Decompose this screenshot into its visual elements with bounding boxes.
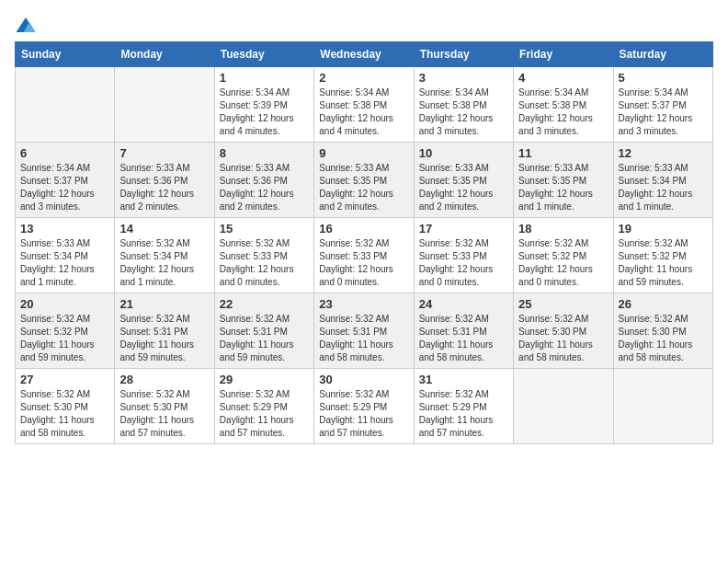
calendar-cell: 3Sunrise: 5:34 AM Sunset: 5:38 PM Daylig… bbox=[414, 67, 513, 143]
day-number: 29 bbox=[220, 373, 309, 386]
calendar-cell: 12Sunrise: 5:33 AM Sunset: 5:34 PM Dayli… bbox=[613, 143, 712, 218]
calendar-cell: 19Sunrise: 5:32 AM Sunset: 5:32 PM Dayli… bbox=[613, 218, 712, 293]
day-number: 31 bbox=[419, 373, 508, 386]
day-detail: Sunrise: 5:32 AM Sunset: 5:31 PM Dayligh… bbox=[319, 313, 408, 364]
day-detail: Sunrise: 5:34 AM Sunset: 5:37 PM Dayligh… bbox=[20, 162, 109, 213]
day-detail: Sunrise: 5:33 AM Sunset: 5:35 PM Dayligh… bbox=[419, 162, 508, 213]
calendar-cell bbox=[514, 369, 613, 444]
calendar-header-monday: Monday bbox=[115, 42, 214, 67]
day-detail: Sunrise: 5:32 AM Sunset: 5:32 PM Dayligh… bbox=[619, 237, 708, 289]
calendar-cell bbox=[115, 67, 214, 143]
day-number: 22 bbox=[220, 297, 309, 311]
day-number: 7 bbox=[119, 146, 209, 160]
day-number: 5 bbox=[619, 71, 708, 85]
day-detail: Sunrise: 5:32 AM Sunset: 5:29 PM Dayligh… bbox=[419, 388, 508, 440]
day-detail: Sunrise: 5:32 AM Sunset: 5:33 PM Dayligh… bbox=[220, 237, 309, 289]
day-detail: Sunrise: 5:32 AM Sunset: 5:30 PM Dayligh… bbox=[119, 388, 209, 440]
calendar-header-sunday: Sunday bbox=[16, 42, 115, 67]
day-number: 16 bbox=[319, 222, 408, 236]
calendar-cell: 25Sunrise: 5:32 AM Sunset: 5:30 PM Dayli… bbox=[514, 293, 613, 369]
day-number: 23 bbox=[319, 297, 408, 311]
day-detail: Sunrise: 5:33 AM Sunset: 5:36 PM Dayligh… bbox=[220, 162, 309, 213]
day-detail: Sunrise: 5:32 AM Sunset: 5:32 PM Dayligh… bbox=[518, 237, 608, 289]
day-detail: Sunrise: 5:34 AM Sunset: 5:38 PM Dayligh… bbox=[319, 86, 408, 138]
calendar-cell: 8Sunrise: 5:33 AM Sunset: 5:36 PM Daylig… bbox=[214, 143, 313, 218]
page-header bbox=[15, 15, 713, 34]
day-number: 21 bbox=[119, 297, 209, 311]
day-detail: Sunrise: 5:32 AM Sunset: 5:31 PM Dayligh… bbox=[419, 313, 508, 364]
calendar-header-row: SundayMondayTuesdayWednesdayThursdayFrid… bbox=[16, 42, 713, 67]
calendar-cell: 31Sunrise: 5:32 AM Sunset: 5:29 PM Dayli… bbox=[414, 369, 513, 444]
day-number: 28 bbox=[119, 373, 209, 386]
day-detail: Sunrise: 5:34 AM Sunset: 5:38 PM Dayligh… bbox=[518, 86, 608, 138]
calendar-cell: 17Sunrise: 5:32 AM Sunset: 5:33 PM Dayli… bbox=[414, 218, 513, 293]
day-detail: Sunrise: 5:34 AM Sunset: 5:39 PM Dayligh… bbox=[220, 86, 309, 138]
day-number: 27 bbox=[20, 373, 109, 386]
day-detail: Sunrise: 5:33 AM Sunset: 5:35 PM Dayligh… bbox=[319, 162, 408, 213]
day-number: 2 bbox=[319, 71, 408, 85]
day-detail: Sunrise: 5:32 AM Sunset: 5:34 PM Dayligh… bbox=[119, 237, 209, 289]
day-number: 3 bbox=[419, 71, 508, 85]
calendar-cell: 29Sunrise: 5:32 AM Sunset: 5:29 PM Dayli… bbox=[214, 369, 313, 444]
day-number: 10 bbox=[419, 146, 508, 160]
day-number: 1 bbox=[220, 71, 309, 85]
day-number: 26 bbox=[619, 297, 708, 311]
calendar-week-row: 13Sunrise: 5:33 AM Sunset: 5:34 PM Dayli… bbox=[16, 218, 713, 293]
day-number: 14 bbox=[119, 222, 209, 236]
calendar-cell: 5Sunrise: 5:34 AM Sunset: 5:37 PM Daylig… bbox=[613, 67, 712, 143]
calendar-header-saturday: Saturday bbox=[613, 42, 712, 67]
day-number: 15 bbox=[220, 222, 309, 236]
day-detail: Sunrise: 5:32 AM Sunset: 5:30 PM Dayligh… bbox=[619, 313, 708, 364]
day-detail: Sunrise: 5:33 AM Sunset: 5:34 PM Dayligh… bbox=[20, 237, 109, 289]
calendar-header-tuesday: Tuesday bbox=[214, 42, 313, 67]
day-number: 24 bbox=[419, 297, 508, 311]
calendar-cell: 11Sunrise: 5:33 AM Sunset: 5:35 PM Dayli… bbox=[514, 143, 613, 218]
day-detail: Sunrise: 5:34 AM Sunset: 5:38 PM Dayligh… bbox=[419, 86, 508, 138]
day-detail: Sunrise: 5:32 AM Sunset: 5:33 PM Dayligh… bbox=[319, 237, 408, 289]
calendar-cell: 30Sunrise: 5:32 AM Sunset: 5:29 PM Dayli… bbox=[314, 369, 414, 444]
calendar-cell: 7Sunrise: 5:33 AM Sunset: 5:36 PM Daylig… bbox=[115, 143, 214, 218]
day-detail: Sunrise: 5:33 AM Sunset: 5:34 PM Dayligh… bbox=[619, 162, 708, 213]
calendar-week-row: 27Sunrise: 5:32 AM Sunset: 5:30 PM Dayli… bbox=[16, 369, 713, 444]
day-number: 8 bbox=[220, 146, 309, 160]
logo bbox=[15, 15, 40, 34]
calendar-cell: 21Sunrise: 5:32 AM Sunset: 5:31 PM Dayli… bbox=[115, 293, 214, 369]
day-number: 6 bbox=[20, 146, 109, 160]
day-number: 11 bbox=[518, 146, 608, 160]
day-number: 17 bbox=[419, 222, 508, 236]
day-number: 30 bbox=[319, 373, 408, 386]
calendar-cell: 24Sunrise: 5:32 AM Sunset: 5:31 PM Dayli… bbox=[414, 293, 513, 369]
day-detail: Sunrise: 5:32 AM Sunset: 5:30 PM Dayligh… bbox=[20, 388, 109, 440]
calendar-cell: 22Sunrise: 5:32 AM Sunset: 5:31 PM Dayli… bbox=[214, 293, 313, 369]
calendar-cell: 4Sunrise: 5:34 AM Sunset: 5:38 PM Daylig… bbox=[514, 67, 613, 143]
calendar-header-thursday: Thursday bbox=[414, 42, 513, 67]
day-detail: Sunrise: 5:32 AM Sunset: 5:30 PM Dayligh… bbox=[518, 313, 608, 364]
calendar-cell bbox=[16, 67, 115, 143]
calendar-cell: 20Sunrise: 5:32 AM Sunset: 5:32 PM Dayli… bbox=[16, 293, 115, 369]
calendar-cell: 13Sunrise: 5:33 AM Sunset: 5:34 PM Dayli… bbox=[16, 218, 115, 293]
calendar-week-row: 1Sunrise: 5:34 AM Sunset: 5:39 PM Daylig… bbox=[16, 67, 713, 143]
calendar-cell: 14Sunrise: 5:32 AM Sunset: 5:34 PM Dayli… bbox=[115, 218, 214, 293]
calendar-cell: 6Sunrise: 5:34 AM Sunset: 5:37 PM Daylig… bbox=[16, 143, 115, 218]
calendar-cell: 23Sunrise: 5:32 AM Sunset: 5:31 PM Dayli… bbox=[314, 293, 414, 369]
calendar-table: SundayMondayTuesdayWednesdayThursdayFrid… bbox=[15, 41, 713, 444]
day-number: 12 bbox=[619, 146, 708, 160]
calendar-cell: 9Sunrise: 5:33 AM Sunset: 5:35 PM Daylig… bbox=[314, 143, 414, 218]
calendar-cell: 10Sunrise: 5:33 AM Sunset: 5:35 PM Dayli… bbox=[414, 143, 513, 218]
day-detail: Sunrise: 5:32 AM Sunset: 5:33 PM Dayligh… bbox=[419, 237, 508, 289]
day-detail: Sunrise: 5:32 AM Sunset: 5:29 PM Dayligh… bbox=[220, 388, 309, 440]
calendar-cell: 18Sunrise: 5:32 AM Sunset: 5:32 PM Dayli… bbox=[514, 218, 613, 293]
day-detail: Sunrise: 5:32 AM Sunset: 5:29 PM Dayligh… bbox=[319, 388, 408, 440]
calendar-header-wednesday: Wednesday bbox=[314, 42, 414, 67]
calendar-cell: 27Sunrise: 5:32 AM Sunset: 5:30 PM Dayli… bbox=[16, 369, 115, 444]
day-number: 9 bbox=[319, 146, 408, 160]
day-detail: Sunrise: 5:32 AM Sunset: 5:31 PM Dayligh… bbox=[119, 313, 209, 364]
day-detail: Sunrise: 5:32 AM Sunset: 5:31 PM Dayligh… bbox=[220, 313, 309, 364]
calendar-cell: 2Sunrise: 5:34 AM Sunset: 5:38 PM Daylig… bbox=[314, 67, 414, 143]
calendar-cell bbox=[613, 369, 712, 444]
day-number: 20 bbox=[20, 297, 109, 311]
day-detail: Sunrise: 5:33 AM Sunset: 5:36 PM Dayligh… bbox=[119, 162, 209, 213]
calendar-header-friday: Friday bbox=[514, 42, 613, 67]
calendar-week-row: 6Sunrise: 5:34 AM Sunset: 5:37 PM Daylig… bbox=[16, 143, 713, 218]
day-number: 18 bbox=[518, 222, 608, 236]
